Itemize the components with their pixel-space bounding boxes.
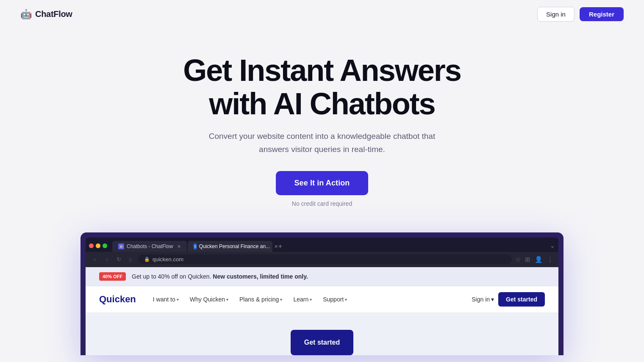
chevron-down-icon-2: ▾: [280, 297, 282, 302]
site-nav: Quicken I want to ▾ Why Quicken ▾ Plans …: [86, 286, 558, 313]
site-hero-cta-button[interactable]: Get started: [291, 330, 353, 355]
home-button[interactable]: ⌂: [126, 256, 135, 263]
logo: 🤖 ChatFlow: [20, 9, 72, 20]
site-nav-label-why-quicken: Why Quicken: [190, 296, 225, 303]
tab-label-quicken: Quicken Personal Finance an...: [199, 243, 270, 249]
traffic-light-red[interactable]: [89, 243, 94, 248]
chevron-down-icon-4: ▾: [345, 297, 347, 302]
site-nav-item-why-quicken[interactable]: Why Quicken ▾: [185, 293, 233, 305]
tab-bar: 🤖 Chatbots - ChatFlow ✕ Q Quicken Person…: [86, 238, 558, 252]
logo-icon: 🤖: [20, 9, 32, 20]
site-nav-label-learn: Learn: [293, 296, 308, 303]
tab-add-button[interactable]: +: [275, 241, 285, 251]
profile-icon[interactable]: 👤: [535, 256, 543, 263]
chevron-down-icon-signin: ▾: [491, 296, 494, 303]
tab-quicken[interactable]: Q Quicken Personal Finance an... ✕: [188, 241, 272, 252]
forward-button[interactable]: ›: [103, 256, 111, 263]
site-get-started-button[interactable]: Get started: [498, 292, 545, 307]
nav-actions: Sign in Register: [537, 7, 624, 22]
tab-favicon-quicken: Q: [194, 243, 196, 249]
tab-expand-button[interactable]: ⌄: [550, 242, 555, 251]
browser-outer: 🤖 Chatbots - ChatFlow ✕ Q Quicken Person…: [80, 232, 564, 355]
site-nav-item-i-want-to[interactable]: I want to ▾: [148, 293, 184, 305]
site-signin-button[interactable]: Sign in ▾: [472, 296, 494, 303]
site-banner: 40% OFF Get up to 40% off on Quicken. Ne…: [86, 267, 558, 286]
address-text: quicken.com: [153, 256, 183, 263]
bookmark-icon[interactable]: ☆: [515, 256, 521, 263]
address-bar: ‹ › ↻ ⌂ 🔒 quicken.com ☆ ⊞ 👤 ⋮: [86, 252, 558, 267]
address-actions: ☆ ⊞ 👤 ⋮: [515, 256, 553, 263]
site-nav-item-learn[interactable]: Learn ▾: [288, 293, 317, 305]
tab-chatflow[interactable]: 🤖 Chatbots - ChatFlow ✕: [112, 241, 187, 252]
hero-subtitle: Convert your website content into a know…: [203, 130, 441, 156]
logo-text: ChatFlow: [35, 9, 72, 19]
extensions-icon[interactable]: ⊞: [525, 256, 530, 263]
no-card-text: No credit card required: [292, 200, 352, 207]
browser-mockup-wrap: 🤖 Chatbots - ChatFlow ✕ Q Quicken Person…: [0, 224, 644, 355]
chevron-down-icon-1: ▾: [226, 297, 228, 302]
site-nav-actions: Sign in ▾ Get started: [472, 292, 545, 307]
back-button[interactable]: ‹: [91, 256, 99, 263]
chevron-down-icon-3: ▾: [310, 297, 312, 302]
site-nav-label-plans-pricing: Plans & pricing: [239, 296, 279, 303]
site-nav-label-support: Support: [323, 296, 344, 303]
browser-chrome: 🤖 Chatbots - ChatFlow ✕ Q Quicken Person…: [86, 238, 558, 355]
tab-close-chatflow[interactable]: ✕: [177, 244, 181, 249]
navbar: 🤖 ChatFlow Sign in Register: [0, 0, 644, 28]
traffic-light-green[interactable]: [103, 243, 107, 248]
traffic-lights: [89, 243, 107, 250]
banner-text: Get up to 40% off on Quicken. New custom…: [132, 273, 308, 280]
site-nav-item-plans-pricing[interactable]: Plans & pricing ▾: [234, 293, 287, 305]
hero-section: Get Instant Answers with AI Chatbots Con…: [0, 28, 644, 224]
site-logo: Quicken: [99, 294, 136, 305]
tab-label-chatflow: Chatbots - ChatFlow: [127, 243, 173, 249]
register-button[interactable]: Register: [580, 7, 624, 21]
reload-button[interactable]: ↻: [114, 256, 123, 263]
cta-button[interactable]: See It in Action: [276, 171, 369, 195]
menu-icon[interactable]: ⋮: [547, 256, 553, 263]
site-nav-items: I want to ▾ Why Quicken ▾ Plans & pricin…: [148, 293, 472, 305]
site-hero-area: Get started: [86, 313, 558, 355]
chevron-down-icon-0: ▾: [177, 297, 179, 302]
traffic-light-yellow[interactable]: [96, 243, 100, 248]
tab-favicon-chatflow: 🤖: [118, 243, 124, 249]
site-content: 40% OFF Get up to 40% off on Quicken. Ne…: [86, 267, 558, 355]
site-nav-label-i-want-to: I want to: [153, 296, 175, 303]
lock-icon: 🔒: [144, 257, 150, 262]
address-field[interactable]: 🔒 quicken.com: [138, 254, 512, 264]
hero-title: Get Instant Answers with AI Chatbots: [183, 54, 461, 121]
signin-button[interactable]: Sign in: [537, 7, 575, 22]
site-nav-item-support[interactable]: Support ▾: [318, 293, 352, 305]
discount-badge: 40% OFF: [99, 272, 126, 281]
